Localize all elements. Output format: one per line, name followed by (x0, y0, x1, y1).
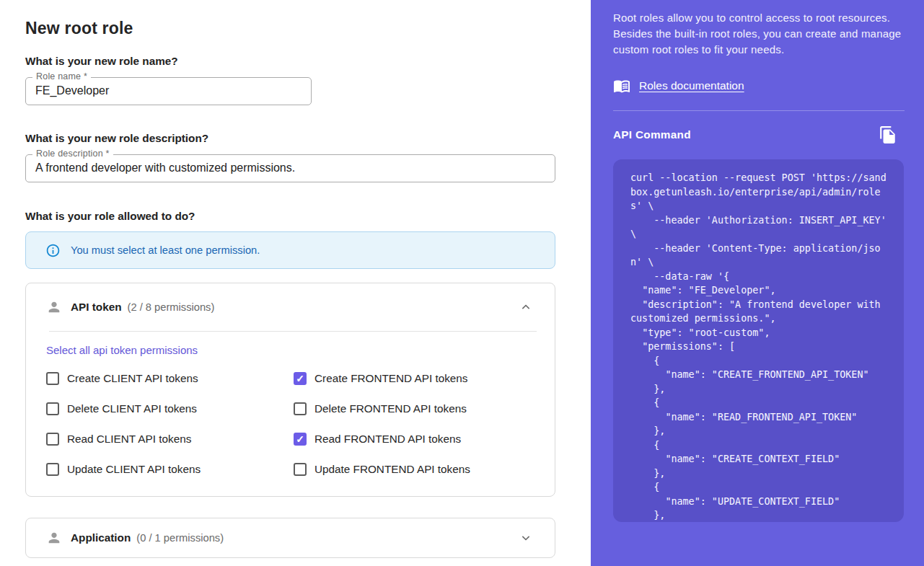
permission-row[interactable]: Update FRONTEND API tokens (294, 462, 532, 477)
new-root-role-page: New root role What is your new role name… (0, 0, 924, 566)
permission-row[interactable]: ✓ Create FRONTEND API tokens (294, 371, 532, 386)
accordion-api-token-body: Select all api token permissions Create … (26, 332, 555, 496)
accordion-permission-count: (2 / 8 permissions) (128, 301, 215, 313)
person-icon (46, 299, 62, 315)
permission-label: Delete CLIENT API tokens (67, 402, 197, 415)
accordion-api-token: API token (2 / 8 permissions) Select all… (25, 283, 555, 497)
accordion-application-header[interactable]: Application (0 / 1 permissions) (26, 518, 555, 557)
checkbox-icon[interactable] (46, 372, 59, 385)
checkbox-icon[interactable] (294, 463, 307, 476)
divider (613, 110, 905, 111)
select-all-link[interactable]: Select all api token permissions (46, 344, 198, 356)
permission-label: Read FRONTEND API tokens (314, 433, 461, 446)
copy-button[interactable] (879, 125, 897, 144)
accordion-title: Application (71, 531, 131, 544)
chevron-down-icon[interactable] (519, 531, 533, 545)
permission-grid: Create CLIENT API tokens Delete CLIENT A… (46, 371, 532, 477)
permission-row[interactable]: ✓ Read FRONTEND API tokens (294, 432, 532, 446)
role-description-input-label: Role description * (32, 149, 113, 159)
api-command-title: API Command (613, 128, 691, 141)
book-icon (613, 77, 630, 94)
person-icon (46, 530, 62, 546)
checkbox-icon[interactable] (46, 433, 59, 446)
sidebar-description: Root roles allow you to control access t… (613, 10, 905, 58)
role-name-input-label: Role name * (32, 71, 91, 81)
role-permissions-question: What is your role allowed to do? (25, 210, 591, 223)
chevron-up-icon[interactable] (519, 300, 533, 314)
checkbox-icon[interactable]: ✓ (294, 433, 307, 446)
permission-row[interactable]: Read CLIENT API tokens (46, 432, 294, 446)
roles-documentation-label: Roles documentation (639, 79, 744, 92)
role-name-input[interactable]: Role name * FE_Developer (25, 77, 312, 105)
help-sidebar: Root roles allow you to control access t… (591, 0, 924, 566)
info-icon (45, 243, 61, 258)
permission-label: Update CLIENT API tokens (67, 463, 201, 476)
role-name-input-value[interactable]: FE_Developer (26, 78, 311, 104)
copy-icon (879, 125, 897, 144)
accordion-title: API token (71, 301, 122, 314)
api-command-code[interactable]: curl --location --request POST 'https://… (613, 159, 904, 522)
permission-required-alert: You must select at least one permission. (25, 231, 555, 269)
role-name-question: What is your new role name? (25, 55, 591, 68)
role-description-input-value[interactable]: A frontend developer with customized per… (26, 155, 555, 181)
permission-label: Read CLIENT API tokens (67, 433, 191, 446)
permission-label: Delete FRONTEND API tokens (314, 402, 467, 415)
permission-label: Update FRONTEND API tokens (314, 463, 470, 476)
role-form: New root role What is your new role name… (0, 0, 591, 566)
page-title: New root role (25, 19, 591, 38)
roles-documentation-link[interactable]: Roles documentation (613, 77, 905, 94)
permission-row[interactable]: Delete CLIENT API tokens (46, 402, 294, 416)
accordion-application: Application (0 / 1 permissions) (25, 518, 555, 558)
role-description-input[interactable]: Role description * A frontend developer … (25, 154, 555, 182)
checkbox-icon[interactable] (294, 402, 307, 415)
permission-row[interactable]: Update CLIENT API tokens (46, 462, 294, 477)
permission-row[interactable]: Create CLIENT API tokens (46, 371, 294, 386)
accordion-permission-count: (0 / 1 permissions) (136, 532, 224, 544)
accordion-api-token-header[interactable]: API token (2 / 8 permissions) (26, 283, 555, 331)
permission-label: Create CLIENT API tokens (67, 372, 198, 385)
checkbox-icon[interactable] (46, 463, 59, 476)
checkbox-icon[interactable] (46, 402, 59, 415)
permission-row[interactable]: Delete FRONTEND API tokens (294, 402, 532, 416)
permission-label: Create FRONTEND API tokens (314, 372, 468, 385)
checkbox-icon[interactable]: ✓ (294, 372, 307, 385)
role-description-question: What is your new role description? (25, 132, 591, 145)
alert-message: You must select at least one permission. (71, 244, 260, 256)
